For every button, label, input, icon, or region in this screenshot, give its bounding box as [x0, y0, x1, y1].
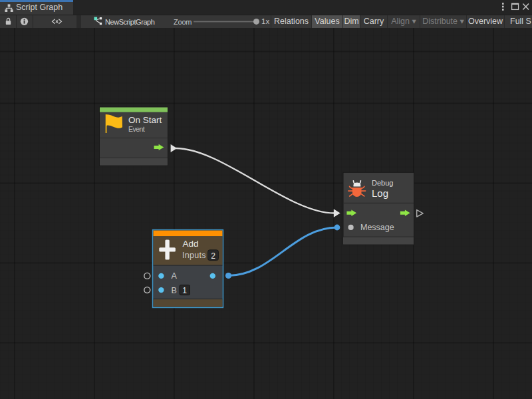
svg-text:Add: Add [183, 239, 199, 249]
svg-text:1: 1 [182, 286, 187, 295]
svg-text:Log: Log [372, 188, 388, 199]
svg-text:A: A [172, 271, 178, 281]
svg-text:Debug: Debug [372, 179, 393, 187]
svg-text:2: 2 [211, 251, 215, 261]
svg-text:Event: Event [128, 125, 145, 133]
svg-text:1x: 1x [261, 17, 269, 25]
svg-text:B: B [172, 286, 177, 295]
svg-text:On Start: On Start [128, 115, 162, 125]
svg-text:Inputs: Inputs [182, 251, 206, 260]
svg-text:Message: Message [360, 223, 394, 232]
